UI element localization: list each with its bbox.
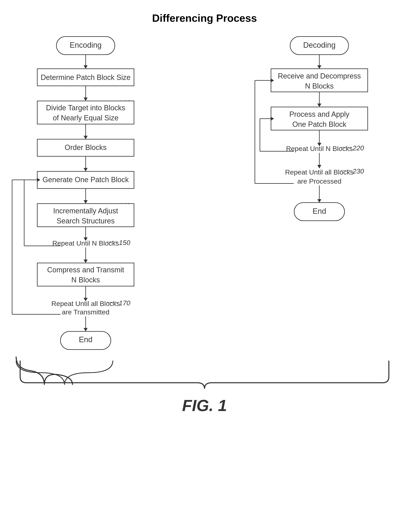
- decoding-start-label: Decoding: [303, 41, 336, 49]
- step-210-label: 210: [352, 107, 364, 114]
- step-200-text-1: Receive and Decompress: [278, 72, 361, 80]
- step-230-text-1: Repeat Until all Blocks: [285, 168, 353, 176]
- step-160-label: 160: [119, 263, 130, 271]
- svg-rect-66: [294, 203, 344, 221]
- step-140-text-2: Search Structures: [57, 217, 115, 225]
- step-120-label: 120: [119, 138, 130, 146]
- step-220-label: 220: [352, 144, 364, 152]
- step-200-text-2: N Blocks: [305, 82, 334, 90]
- svg-rect-16: [37, 171, 134, 189]
- svg-marker-43: [317, 65, 321, 69]
- step-170-label: 170: [119, 299, 130, 307]
- step-170-text-2: are Transmitted: [62, 308, 109, 316]
- svg-marker-51: [317, 143, 321, 146]
- svg-rect-0: [56, 37, 115, 55]
- svg-marker-6: [84, 98, 88, 101]
- step-120-text: Order Blocks: [65, 143, 107, 152]
- step-200-label: 200: [352, 68, 364, 76]
- svg-marker-33: [84, 298, 88, 301]
- svg-marker-29: [84, 260, 88, 263]
- svg-marker-22: [84, 237, 88, 241]
- step-160-text-1: Compress and Transmit: [47, 266, 124, 274]
- svg-marker-58: [317, 165, 321, 169]
- encoding-end-label: End: [79, 335, 93, 344]
- diagram-svg: Encoding 100 Determine Patch Block Size …: [0, 0, 409, 532]
- svg-rect-40: [60, 332, 111, 350]
- step-160-text-2: N Blocks: [71, 276, 100, 284]
- svg-marker-56: [270, 117, 274, 121]
- page: Differencing Process Encoding 100 Determ…: [0, 0, 409, 532]
- step-110-text-1: Divide Target into Blocks: [46, 104, 125, 112]
- svg-rect-8: [37, 101, 134, 124]
- svg-rect-41: [290, 37, 349, 55]
- decoding-end-label: End: [313, 207, 326, 215]
- step-100-text: Determine Patch Block Size: [41, 73, 130, 81]
- step-110-label: 110: [119, 99, 130, 107]
- step-150-text: Repeat Until N Blocks: [52, 239, 119, 247]
- svg-marker-39: [84, 328, 88, 332]
- svg-rect-20: [37, 204, 134, 227]
- svg-rect-12: [37, 139, 134, 156]
- step-140-label: 140: [119, 201, 130, 209]
- step-130-label: 130: [119, 170, 130, 178]
- svg-marker-63: [270, 79, 274, 82]
- page-title: Differencing Process: [16, 12, 393, 24]
- step-110-text-2: of Nearly Equal Size: [53, 114, 119, 122]
- svg-rect-31: [37, 263, 134, 286]
- step-100-label: 100: [119, 69, 130, 76]
- step-170-text-1: Repeat Until all Blocks: [51, 300, 120, 307]
- step-150-label: 150: [119, 239, 130, 246]
- svg-marker-14: [84, 168, 88, 171]
- svg-rect-49: [271, 107, 368, 130]
- encoding-start-label: Encoding: [70, 41, 102, 49]
- step-230-text-2: are Processed: [297, 177, 341, 185]
- step-220-text: Repeat Until N Blocks: [286, 145, 353, 152]
- svg-rect-45: [271, 69, 368, 92]
- svg-marker-65: [317, 199, 321, 203]
- step-210-text-1: Process and Apply: [289, 110, 349, 118]
- step-230-label: 230: [352, 167, 364, 175]
- step-140-text-1: Incrementally Adjust: [53, 207, 118, 215]
- step-210-text-2: One Patch Block: [292, 120, 346, 128]
- svg-marker-47: [317, 104, 321, 107]
- step-130-text: Generate One Patch Block: [43, 176, 129, 184]
- fig-label: FIG. 1: [182, 397, 227, 415]
- svg-marker-27: [37, 178, 40, 182]
- svg-rect-4: [37, 69, 134, 86]
- svg-marker-2: [84, 65, 88, 69]
- svg-marker-10: [84, 136, 88, 139]
- svg-marker-18: [84, 200, 88, 204]
